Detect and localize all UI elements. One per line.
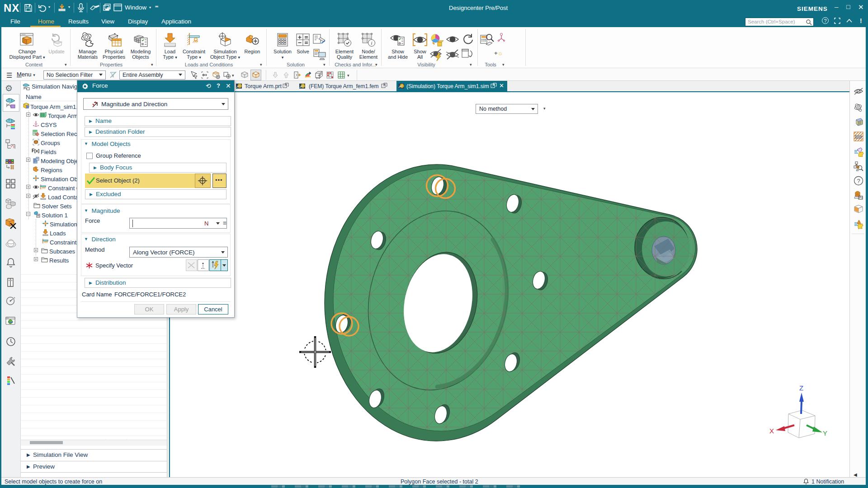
svg-text:?: ? <box>857 178 860 184</box>
svg-text:Z: Z <box>799 384 803 392</box>
svg-text:P=: P= <box>859 196 863 199</box>
svg-text:X: X <box>769 427 774 435</box>
svg-text:Y: Y <box>823 429 827 437</box>
svg-text:3 4: 3 4 <box>316 77 320 80</box>
svg-text:2: 2 <box>321 72 322 75</box>
svg-text:i: i <box>371 40 372 46</box>
